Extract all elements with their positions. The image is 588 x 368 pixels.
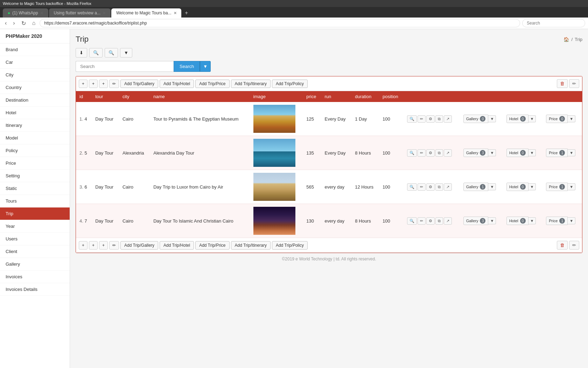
forward-button[interactable]: ›: [11, 19, 17, 27]
price-dropdown-button[interactable]: ▼: [568, 115, 575, 122]
row-settings-button[interactable]: ⚙: [426, 183, 435, 191]
add-multi-button[interactable]: +: [89, 80, 98, 88]
sidebar-item-tours[interactable]: Tours: [0, 195, 70, 207]
row-view-button[interactable]: 🔍: [407, 183, 417, 191]
bottom-add-trip-policy-button[interactable]: Add Trip/Policy: [272, 241, 308, 250]
sidebar-item-users[interactable]: Users: [0, 233, 70, 245]
add-trip-itinerary-button[interactable]: Add Trip/Itinerary: [231, 80, 271, 88]
sidebar-item-model[interactable]: Model: [0, 132, 70, 144]
gallery-dropdown-button[interactable]: ▼: [488, 217, 496, 224]
sidebar-item-hotel[interactable]: Hotel: [0, 107, 70, 119]
search-dropdown-button[interactable]: ▼: [200, 61, 211, 72]
tab-whatsapp[interactable]: ● (1) WhatsApp ✕: [3, 8, 48, 18]
row-settings-button[interactable]: ⚙: [426, 149, 435, 157]
add-button[interactable]: +: [79, 80, 88, 88]
bottom-add-multi-button[interactable]: +: [89, 241, 98, 250]
gallery-dropdown-button[interactable]: ▼: [488, 149, 496, 156]
bottom-add-trip-itinerary-button[interactable]: Add Trip/Itinerary: [231, 241, 271, 250]
row-view-button[interactable]: 🔍: [407, 217, 417, 225]
back-button[interactable]: ‹: [3, 19, 9, 27]
row-copy-button[interactable]: ⧉: [435, 115, 443, 123]
gallery-dropdown-button[interactable]: ▼: [488, 183, 496, 190]
bottom-add-trip-hotel-button[interactable]: Add Trip/Hotel: [160, 241, 194, 250]
sidebar-item-client[interactable]: Client: [0, 245, 70, 258]
add-trip-gallery-button[interactable]: Add Trip/Gallery: [120, 80, 158, 88]
row-edit-button[interactable]: ✏: [418, 217, 426, 225]
close-icon[interactable]: ✕: [174, 11, 177, 15]
gallery-button[interactable]: Gallery 0: [463, 115, 489, 123]
hotel-button[interactable]: Hotel 0: [506, 115, 528, 123]
hotel-dropdown-button[interactable]: ▼: [528, 183, 536, 190]
bottom-add-button[interactable]: +: [79, 241, 88, 250]
row-view-button[interactable]: 🔍: [407, 115, 417, 123]
zoom-button[interactable]: 🔍: [105, 48, 118, 57]
price-dropdown-button[interactable]: ▼: [568, 217, 575, 224]
delete-button[interactable]: 🗑: [557, 79, 568, 88]
close-icon[interactable]: ✕: [40, 11, 43, 15]
hotel-button[interactable]: Hotel 0: [506, 183, 528, 191]
sidebar-item-static[interactable]: Static: [0, 182, 70, 195]
sidebar-item-brand[interactable]: Brand: [0, 43, 70, 56]
add-multi2-button[interactable]: +: [99, 80, 108, 88]
sidebar-item-city[interactable]: City: [0, 69, 70, 81]
sidebar-item-gallery[interactable]: Gallery: [0, 258, 70, 271]
sidebar-item-itinerary[interactable]: Itinerary: [0, 119, 70, 132]
row-edit-button[interactable]: ✏: [418, 183, 426, 191]
search-toggle-button[interactable]: 🔍: [89, 48, 103, 57]
gallery-dropdown-button[interactable]: ▼: [488, 115, 496, 122]
sidebar-item-price[interactable]: Price: [0, 157, 70, 170]
hotel-dropdown-button[interactable]: ▼: [528, 115, 536, 122]
bottom-add-multi2-button[interactable]: +: [99, 241, 108, 250]
sidebar-item-year[interactable]: Year: [0, 220, 70, 233]
tab-magic[interactable]: Welcome to Magic Tours ba... ✕: [111, 8, 181, 18]
row-export-button[interactable]: ↗: [444, 183, 452, 191]
sidebar-item-policy[interactable]: Policy: [0, 144, 70, 157]
sidebar-item-invoices-details[interactable]: Invoices Details: [0, 283, 70, 296]
add-trip-hotel-button[interactable]: Add Trip/Hotel: [160, 80, 194, 88]
gallery-button[interactable]: Gallery 3: [463, 149, 489, 157]
home-button[interactable]: ⌂: [30, 19, 38, 27]
price-dropdown-button[interactable]: ▼: [568, 149, 575, 156]
hotel-dropdown-button[interactable]: ▼: [528, 149, 536, 156]
new-tab-button[interactable]: +: [182, 8, 191, 18]
gallery-button[interactable]: Gallery 1: [463, 183, 489, 191]
sidebar-item-car[interactable]: Car: [0, 56, 70, 69]
edit-all-button[interactable]: ✏: [569, 79, 579, 88]
close-icon[interactable]: ✕: [103, 11, 106, 15]
bottom-add-trip-gallery-button[interactable]: Add Trip/Gallery: [120, 241, 158, 250]
add-trip-price-button[interactable]: Add Trip/Price: [195, 80, 229, 88]
bottom-edit-button[interactable]: ✏: [109, 241, 119, 250]
price-button[interactable]: Price 1: [546, 217, 568, 225]
row-copy-button[interactable]: ⧉: [435, 149, 443, 157]
row-copy-button[interactable]: ⧉: [435, 183, 443, 191]
breadcrumb-home-link[interactable]: 🏠: [564, 37, 569, 42]
row-view-button[interactable]: 🔍: [407, 149, 417, 157]
filter-button[interactable]: ▼: [120, 48, 132, 57]
row-settings-button[interactable]: ⚙: [426, 115, 435, 123]
row-export-button[interactable]: ↗: [444, 217, 452, 225]
sidebar-item-setting[interactable]: Setting: [0, 170, 70, 182]
row-edit-button[interactable]: ✏: [418, 115, 426, 123]
hotel-button[interactable]: Hotel 0: [506, 149, 528, 157]
reload-button[interactable]: ↻: [19, 19, 28, 27]
sidebar-item-destination[interactable]: Destination: [0, 94, 70, 107]
price-button[interactable]: Price 0: [546, 115, 568, 123]
hotel-dropdown-button[interactable]: ▼: [528, 217, 536, 224]
sidebar-item-trip[interactable]: Trip: [0, 207, 70, 220]
edit-button[interactable]: ✏: [109, 80, 119, 88]
price-button[interactable]: Price 1: [546, 183, 568, 191]
hotel-button[interactable]: Hotel 0: [506, 217, 528, 225]
gallery-button[interactable]: Gallery 3: [463, 217, 489, 225]
row-export-button[interactable]: ↗: [444, 115, 452, 123]
search-input[interactable]: [76, 61, 174, 72]
row-export-button[interactable]: ↗: [444, 149, 452, 157]
browser-search-input[interactable]: [522, 19, 585, 27]
bottom-delete-button[interactable]: 🗑: [557, 241, 568, 250]
add-trip-policy-button[interactable]: Add Trip/Policy: [272, 80, 308, 88]
price-dropdown-button[interactable]: ▼: [568, 183, 575, 190]
search-button[interactable]: Search: [174, 61, 200, 72]
row-copy-button[interactable]: ⧉: [435, 217, 443, 225]
tab-flutter[interactable]: Using flutter webview a... ✕: [49, 8, 111, 18]
row-edit-button[interactable]: ✏: [418, 149, 426, 157]
bottom-edit-all-button[interactable]: ✏: [569, 241, 579, 250]
